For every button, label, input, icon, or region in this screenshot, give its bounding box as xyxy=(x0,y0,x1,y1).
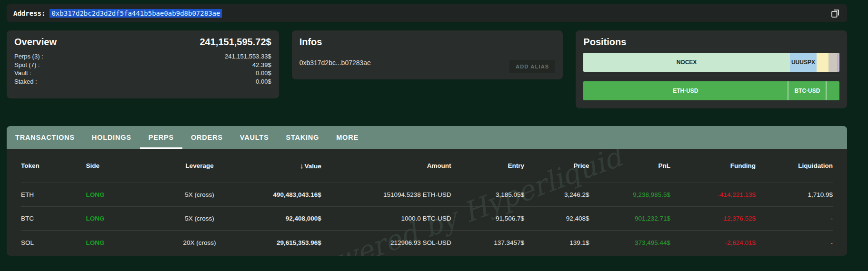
funding-cell: -12,376.52$ xyxy=(670,215,756,222)
positions-title: Positions xyxy=(583,37,839,48)
table-header-row: Token Side Leverage ↓Value Amount Entry … xyxy=(21,149,833,183)
side-cell: LONG xyxy=(86,239,159,246)
col-header-value-label: Value xyxy=(305,163,321,170)
positions-card: Positions NOCEXUUUSPX ETH-USDBTC-USD xyxy=(576,30,847,108)
tab-orders[interactable]: ORDERS xyxy=(182,126,231,149)
spot-position-segment[interactable]: NOCEX xyxy=(583,53,789,72)
overview-row-value: 241,151,553.33$ xyxy=(225,52,271,61)
tab-holdings[interactable]: HOLDINGS xyxy=(83,126,140,149)
pnl-cell: 373,495.44$ xyxy=(589,239,670,246)
col-header-side[interactable]: Side xyxy=(86,162,159,169)
positions-bar-divider xyxy=(583,76,839,76)
col-header-pnl[interactable]: PnL xyxy=(589,162,670,169)
liquidation-cell: 1,710.9$ xyxy=(756,191,833,198)
table-row-sol: SOL LONG 20X (cross) 29,615,353.96$ 2129… xyxy=(21,231,833,254)
liquidation-cell: - xyxy=(756,239,833,246)
leverage-cell: 20X (cross) xyxy=(159,239,240,246)
price-cell: 92,408$ xyxy=(524,215,589,222)
col-header-value[interactable]: ↓Value xyxy=(240,162,321,170)
value-cell: 29,615,353.96$ xyxy=(240,239,321,246)
infos-title: Infos xyxy=(299,37,556,48)
copy-icon xyxy=(830,8,840,19)
leverage-cell: 5X (cross) xyxy=(159,191,240,198)
table-row-btc: BTC LONG 5X (cross) 92,408,000$ 1000.0 B… xyxy=(21,207,833,231)
funding-cell: -414,221.13$ xyxy=(670,191,756,198)
spot-position-segment[interactable]: UUUSPX xyxy=(790,53,817,72)
overview-row-staked: Staked : 0.00$ xyxy=(14,77,271,86)
address-bar: Address: 0xb317d2bc2d3d2df5fa441b5bae0ab… xyxy=(7,4,847,22)
perps-position-segment[interactable]: BTC-USD xyxy=(788,81,826,100)
amount-cell: 1000.0 BTC-USD xyxy=(321,215,451,222)
spot-position-segment[interactable] xyxy=(828,53,837,72)
overview-row-value: 0.00$ xyxy=(256,77,271,86)
amount-cell: 212906.93 SOL-USD xyxy=(321,239,451,246)
value-cell: 490,483,043.16$ xyxy=(240,191,321,198)
overview-row-label: Vault : xyxy=(14,69,31,77)
side-cell: LONG xyxy=(86,191,159,198)
table-row-eth: ETH LONG 5X (cross) 490,483,043.16$ 1510… xyxy=(21,183,833,207)
liquidation-cell: - xyxy=(756,215,833,222)
copy-address-button[interactable] xyxy=(830,8,840,19)
overview-row-label: Staked : xyxy=(14,77,37,86)
pnl-cell: 901,232.71$ xyxy=(589,215,670,222)
col-header-liquidation[interactable]: Liquidation xyxy=(756,162,833,169)
tab-staking[interactable]: STAKING xyxy=(277,126,328,149)
col-header-leverage[interactable]: Leverage xyxy=(159,162,240,169)
overview-breakdown: Perps (3) : 241,151,553.33$ Spot (7) : 4… xyxy=(14,52,271,86)
pnl-cell: 9,238,985.5$ xyxy=(589,191,670,198)
overview-card: Overview 241,151,595.72$ Perps (3) : 241… xyxy=(7,30,279,98)
side-cell: LONG xyxy=(86,215,159,222)
overview-title: Overview xyxy=(14,37,57,48)
add-alias-button[interactable]: ADD ALIAS xyxy=(509,60,555,73)
perps-table-section: Powered by Hyperliquid Token Side Levera… xyxy=(7,149,847,256)
overview-row-value: 0.00$ xyxy=(256,69,271,77)
address-value[interactable]: 0xb317d2bc2d3d2df5fa441b5bae0ab9d8b07283… xyxy=(50,9,222,18)
overview-row-label: Spot (7) : xyxy=(14,61,40,69)
tab-bar: TRANSACTIONS HOLDINGS PERPS ORDERS VAULT… xyxy=(7,126,847,149)
perps-position-segment[interactable] xyxy=(826,81,839,100)
col-header-token[interactable]: Token xyxy=(21,162,86,169)
price-cell: 139.1$ xyxy=(524,239,589,246)
col-header-amount[interactable]: Amount xyxy=(321,162,451,169)
token-cell: ETH xyxy=(21,191,86,198)
col-header-price[interactable]: Price xyxy=(524,162,589,169)
infos-card: Infos 0xb317d2bc...b07283ae ADD ALIAS xyxy=(292,30,563,79)
tab-vaults[interactable]: VAULTS xyxy=(231,126,278,149)
col-header-funding[interactable]: Funding xyxy=(670,162,756,169)
leverage-cell: 5X (cross) xyxy=(159,215,240,222)
overview-row-perps: Perps (3) : 241,151,553.33$ xyxy=(14,52,271,61)
entry-cell: 3,185.05$ xyxy=(451,191,524,198)
perps-position-segment[interactable]: ETH-USD xyxy=(583,81,788,100)
overview-row-label: Perps (3) : xyxy=(14,52,43,61)
tab-transactions[interactable]: TRANSACTIONS xyxy=(7,126,83,149)
address-label: Address: xyxy=(13,10,45,17)
funding-cell: -2,624.01$ xyxy=(670,239,756,246)
spot-position-segment[interactable] xyxy=(838,53,839,72)
token-cell: SOL xyxy=(21,239,86,246)
col-header-entry[interactable]: Entry xyxy=(451,162,524,169)
token-cell: BTC xyxy=(21,215,86,222)
sort-descending-icon: ↓ xyxy=(300,162,304,170)
perps-positions-bar: ETH-USDBTC-USD xyxy=(583,81,839,100)
tab-perps[interactable]: PERPS xyxy=(140,126,182,149)
overview-total-value: 241,151,595.72$ xyxy=(200,37,271,48)
overview-row-value: 42.39$ xyxy=(252,61,271,69)
spot-positions-bar: NOCEXUUUSPX xyxy=(583,53,839,72)
entry-cell: 91,506.7$ xyxy=(451,215,524,222)
page: Address: 0xb317d2bc2d3d2df5fa441b5bae0ab… xyxy=(7,4,847,256)
overview-row-vault: Vault : 0.00$ xyxy=(14,69,271,77)
tab-more[interactable]: MORE xyxy=(328,126,367,149)
entry-cell: 137.3457$ xyxy=(451,239,524,246)
price-cell: 3,246.2$ xyxy=(524,191,589,198)
amount-cell: 151094.5238 ETH-USD xyxy=(321,191,451,198)
spot-position-segment[interactable] xyxy=(817,53,828,72)
value-cell: 92,408,000$ xyxy=(240,215,321,222)
summary-cards-row: Overview 241,151,595.72$ Perps (3) : 241… xyxy=(7,30,847,108)
overview-row-spot: Spot (7) : 42.39$ xyxy=(14,61,271,69)
